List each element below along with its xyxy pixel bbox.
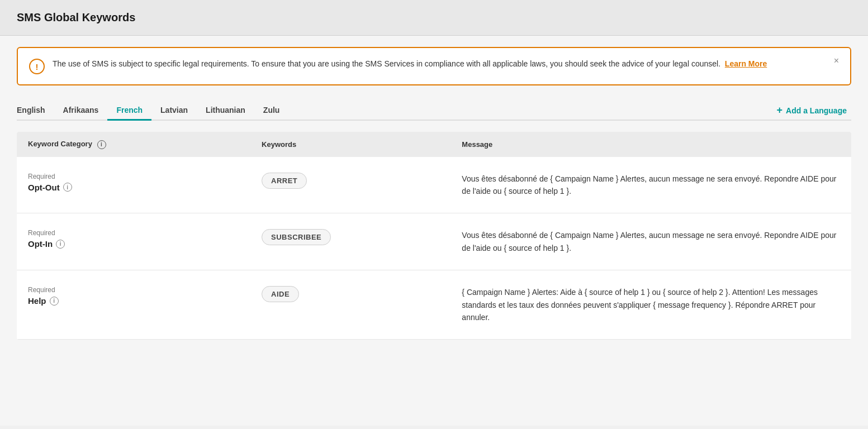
keyword-cell: SUBSCRIBEE — [250, 213, 450, 270]
plus-icon: + — [777, 104, 783, 116]
tab-english[interactable]: English — [17, 101, 54, 121]
col-header-keywords: Keywords — [250, 132, 450, 157]
message-text: { Campaign Name } Alertes: Aide à { sour… — [462, 288, 818, 322]
page-content: ! The use of SMS is subject to specific … — [0, 36, 868, 426]
opt-in-info-icon[interactable]: i — [56, 240, 65, 249]
table-header-row: Keyword Category i Keywords Message — [17, 132, 851, 157]
message-cell: Vous êtes désabonné de { Campaign Name }… — [450, 213, 851, 270]
keywords-table: Keyword Category i Keywords Message Requ… — [17, 132, 851, 340]
message-cell: Vous êtes désabonné de { Campaign Name }… — [450, 157, 851, 213]
alert-warning-icon: ! — [29, 59, 45, 74]
add-language-button[interactable]: + Add a Language — [772, 102, 851, 118]
col-header-message: Message — [450, 132, 851, 157]
page-title: SMS Global Keywords — [17, 11, 851, 24]
alert-message: The use of SMS is subject to specific le… — [53, 59, 720, 68]
keyword-cell: ARRET — [250, 157, 450, 213]
help-info-icon[interactable]: i — [50, 297, 59, 306]
tab-latvian[interactable]: Latvian — [151, 101, 197, 121]
alert-banner: ! The use of SMS is subject to specific … — [17, 47, 851, 85]
required-label: Required — [28, 173, 239, 180]
message-text: Vous êtes désabonné de { Campaign Name }… — [462, 174, 836, 196]
table-row: Required Opt-Out i ARRET Vous êtes désab… — [17, 157, 851, 213]
tab-zulu[interactable]: Zulu — [254, 101, 289, 121]
category-cell: Required Opt-In i — [17, 213, 250, 270]
alert-text: The use of SMS is subject to specific le… — [53, 58, 839, 70]
page-header: SMS Global Keywords — [0, 0, 868, 36]
category-name: Opt-Out i — [28, 183, 239, 192]
tab-french[interactable]: French — [107, 101, 151, 121]
opt-out-info-icon[interactable]: i — [63, 183, 72, 192]
language-tabs: English Afrikaans French Latvian Lithuan… — [17, 101, 288, 120]
required-label: Required — [28, 286, 239, 294]
alert-close-button[interactable]: × — [831, 55, 842, 67]
category-cell: Required Opt-Out i — [17, 157, 250, 213]
keyword-badge: AIDE — [262, 286, 299, 302]
message-text: Vous êtes désabonné de { Campaign Name }… — [462, 231, 836, 252]
tab-lithuanian[interactable]: Lithuanian — [197, 101, 254, 121]
table-row: Required Opt-In i SUBSCRIBEE Vous êtes d… — [17, 213, 851, 270]
required-label: Required — [28, 229, 239, 237]
category-name: Help i — [28, 296, 239, 306]
table-row: Required Help i AIDE { Campaign Name } A… — [17, 270, 851, 340]
keyword-badge: SUBSCRIBEE — [262, 229, 331, 245]
learn-more-link[interactable]: Learn More — [725, 59, 767, 68]
tab-afrikaans[interactable]: Afrikaans — [54, 101, 108, 121]
keyword-cell: AIDE — [250, 270, 450, 340]
keyword-badge: ARRET — [262, 173, 307, 189]
category-info-icon[interactable]: i — [97, 140, 106, 149]
add-language-label: Add a Language — [786, 106, 847, 115]
category-cell: Required Help i — [17, 270, 250, 340]
language-tabs-row: English Afrikaans French Latvian Lithuan… — [17, 101, 851, 121]
category-name: Opt-In i — [28, 239, 239, 249]
col-header-category: Keyword Category i — [17, 132, 250, 157]
message-cell: { Campaign Name } Alertes: Aide à { sour… — [450, 270, 851, 340]
